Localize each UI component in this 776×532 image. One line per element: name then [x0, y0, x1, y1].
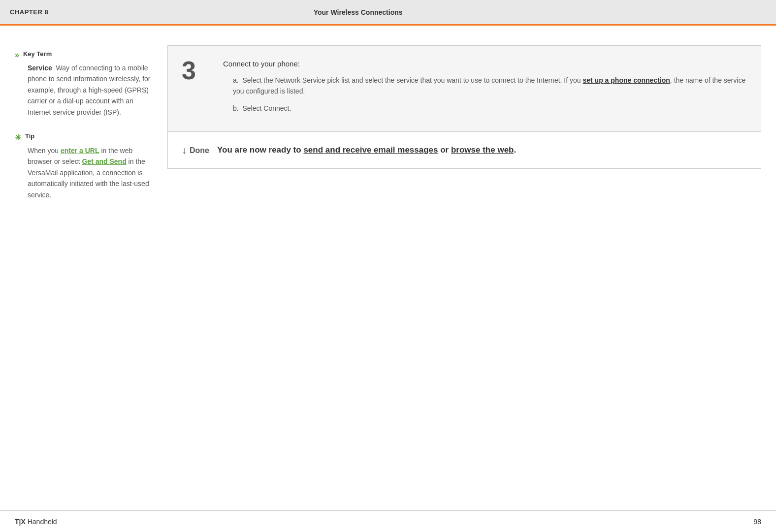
step-item-a: a. Select the Network Service pick list … [223, 75, 747, 97]
done-row: ↓ Done You are now ready to send and rec… [182, 144, 747, 156]
header-title: Your Wireless Connections [48, 8, 668, 16]
step-number: 3 [182, 58, 211, 83]
key-term-label: Key Term [15, 50, 153, 60]
done-text-before: You are now ready to [217, 145, 303, 155]
footer-brand-bold: T|X [15, 518, 26, 526]
key-term-word: Service [28, 64, 52, 72]
double-chevron-icon [15, 51, 19, 60]
step-box-inner: 3 Connect to your phone: a. Select the N… [168, 46, 761, 131]
done-text-middle: or [438, 145, 451, 155]
tip-label: Tip [15, 132, 153, 142]
step-intro: Connect to your phone: [223, 60, 747, 68]
done-box: ↓ Done You are now ready to send and rec… [167, 132, 761, 169]
done-link-browse[interactable]: browse the web [451, 145, 514, 155]
done-label-text: Done [190, 146, 209, 155]
footer: T|X Handheld 98 [0, 510, 776, 532]
main-content: Key Term Service Way of connecting to a … [0, 26, 776, 230]
step-item-a-text-before: Select the Network Service pick list and… [242, 76, 582, 84]
step-item-b-text: Select Connect. [242, 104, 291, 112]
key-term-heading: Key Term [23, 50, 52, 58]
tip-link-enter-url[interactable]: enter a URL [61, 147, 99, 155]
step-item-a-link[interactable]: set up a phone connection [583, 76, 670, 84]
asterisk-icon [15, 133, 21, 142]
chapter-label: CHAPTER 8 [10, 8, 48, 16]
done-link-email[interactable]: send and receive email messages [303, 145, 438, 155]
done-text: You are now ready to send and receive em… [217, 144, 516, 156]
key-term-text: Service Way of connecting to a mobile ph… [15, 63, 153, 118]
footer-brand-rest: Handheld [26, 518, 57, 526]
step-content: Connect to your phone: a. Select the Net… [223, 58, 747, 120]
tip-section: Tip When you enter a URL in the web brow… [15, 132, 153, 200]
step-item-a-label: a. [233, 76, 242, 84]
step-header: 3 Connect to your phone: a. Select the N… [182, 58, 747, 120]
header-bar: CHAPTER 8 Your Wireless Connections [0, 0, 776, 26]
done-text-after: . [514, 145, 516, 155]
sidebar: Key Term Service Way of connecting to a … [15, 45, 153, 215]
tip-text-before: When you [28, 147, 61, 155]
tip-text: When you enter a URL in the web browser … [15, 145, 153, 200]
step-3-box: 3 Connect to your phone: a. Select the N… [167, 45, 761, 132]
footer-brand: T|X Handheld [15, 518, 57, 526]
step-item-b-label: b. [233, 104, 242, 112]
done-arrow-icon: ↓ [182, 145, 187, 156]
key-term-section: Key Term Service Way of connecting to a … [15, 50, 153, 118]
tip-heading: Tip [25, 132, 34, 140]
tip-link-get-and-send[interactable]: Get and Send [82, 157, 126, 165]
footer-page-number: 98 [753, 518, 761, 526]
header-chapter: CHAPTER 8 [10, 8, 48, 16]
content-area: 3 Connect to your phone: a. Select the N… [167, 45, 761, 215]
header-title-text: Your Wireless Connections [314, 8, 403, 16]
done-icon-label: ↓ Done [182, 144, 209, 156]
step-item-b: b. Select Connect. [223, 103, 747, 114]
